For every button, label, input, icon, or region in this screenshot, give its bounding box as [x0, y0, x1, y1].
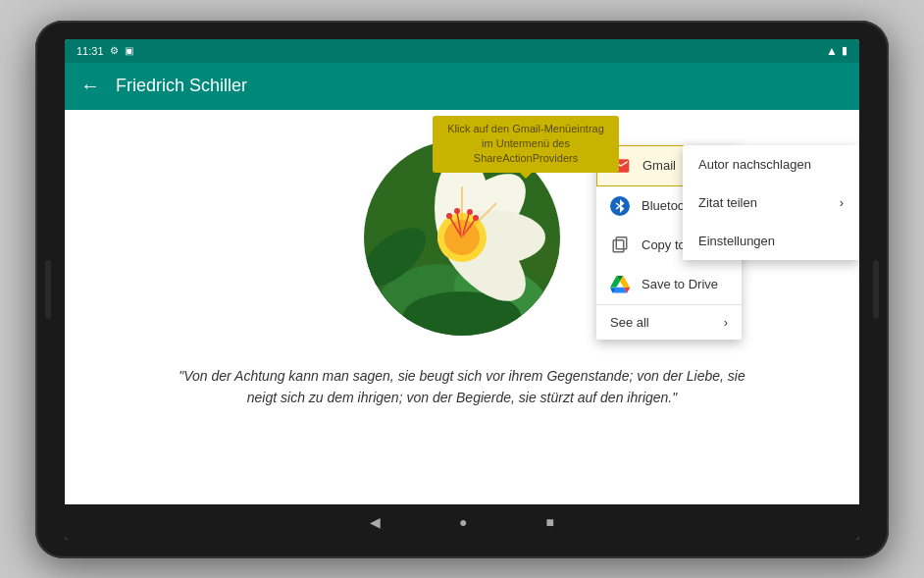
- context-share-quote-item[interactable]: Zitat teilen ›: [683, 184, 859, 222]
- tooltip-bubble: Klick auf den Gmail-Menüeintrag im Unter…: [433, 116, 619, 173]
- see-all-label: See all: [610, 315, 649, 330]
- context-share-quote-label: Zitat teilen: [698, 195, 757, 210]
- drive-icon: [610, 275, 630, 294]
- bluetooth-icon: [610, 196, 630, 216]
- main-content: "Von der Achtung kann man sagen, sie beu…: [65, 110, 859, 504]
- status-bar-right: ▲ ▮: [826, 44, 847, 58]
- clipboard-icon: [610, 236, 630, 255]
- drive-label: Save to Drive: [642, 277, 718, 291]
- wifi-icon: ▲: [826, 44, 838, 58]
- share-drive-item[interactable]: Save to Drive: [596, 265, 742, 304]
- sim-icon: ▣: [125, 45, 133, 56]
- home-nav-icon[interactable]: ●: [459, 514, 467, 530]
- nav-bar: ◀ ● ■: [65, 504, 859, 540]
- context-author-label: Autor nachschlagen: [698, 157, 811, 172]
- see-all-item[interactable]: See all ›: [596, 305, 742, 340]
- svg-point-15: [467, 209, 473, 215]
- svg-rect-24: [613, 239, 624, 251]
- svg-point-19: [473, 215, 479, 221]
- context-settings-item[interactable]: Einstellungen: [683, 222, 859, 260]
- context-share-quote-arrow: ›: [840, 195, 844, 210]
- back-button[interactable]: ←: [80, 75, 100, 97]
- gmail-label: Gmail: [642, 158, 676, 173]
- recent-nav-icon[interactable]: ■: [546, 514, 554, 530]
- status-bar-left: 11:31 ⚙ ▣: [77, 45, 133, 57]
- context-author-item[interactable]: Autor nachschlagen: [683, 145, 859, 184]
- status-bar: 11:31 ⚙ ▣ ▲ ▮: [65, 39, 859, 63]
- context-settings-label: Einstellungen: [698, 234, 775, 248]
- quote-text: "Von der Achtung kann man sagen, sie beu…: [168, 365, 756, 409]
- svg-point-13: [454, 208, 460, 214]
- settings-icon: ⚙: [110, 45, 119, 56]
- time-display: 11:31: [77, 45, 104, 57]
- battery-icon: ▮: [842, 44, 847, 57]
- svg-point-17: [446, 213, 452, 219]
- svg-rect-25: [616, 236, 627, 248]
- see-all-arrow: ›: [724, 315, 728, 330]
- tablet-device: 11:31 ⚙ ▣ ▲ ▮ ← Friedrich Schiller: [35, 21, 889, 558]
- context-menu: Autor nachschlagen Zitat teilen › Einste…: [683, 145, 859, 260]
- back-nav-icon[interactable]: ◀: [370, 514, 381, 530]
- tablet-screen: 11:31 ⚙ ▣ ▲ ▮ ← Friedrich Schiller: [65, 39, 859, 540]
- app-bar: ← Friedrich Schiller: [65, 63, 859, 110]
- app-bar-title: Friedrich Schiller: [116, 76, 844, 96]
- tooltip-text: Klick auf den Gmail-Menüeintrag im Unter…: [447, 123, 604, 165]
